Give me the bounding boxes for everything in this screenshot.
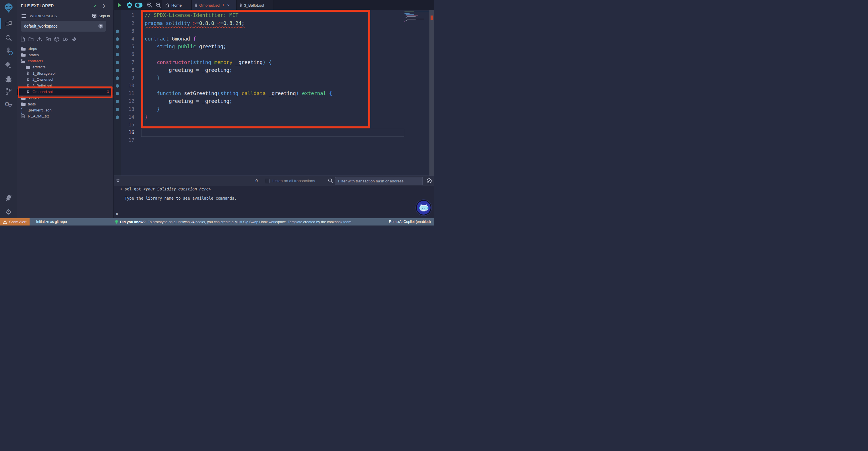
tree-item-tests[interactable]: tests (17, 101, 114, 107)
did-you-know-tip: Did you know? To prototype on a uniswap … (115, 220, 352, 224)
ai-robot-icon[interactable] (126, 2, 133, 8)
zoom-in-icon[interactable] (156, 2, 161, 8)
transaction-filter-input[interactable] (335, 177, 423, 185)
modified-line-dot (116, 115, 119, 119)
warning-icon (3, 220, 7, 224)
code-line-11[interactable]: 11 function setGreeting(string calldata … (114, 90, 434, 97)
editor-scrollbar[interactable] (429, 10, 434, 175)
code-line-2[interactable]: 2pragma solidity >=0.8.0 <=0.8.24; (114, 20, 434, 27)
code-line-4[interactable]: 4contract Gmonad { (114, 35, 434, 43)
code-line-1[interactable]: 1// SPDX-License-Identifier: MIT (114, 11, 434, 19)
code-line-10[interactable]: 10 (114, 82, 434, 90)
tree-item--deps[interactable]: .deps (17, 46, 114, 52)
plugin-manager-icon[interactable]: ⚙⚙ (3, 100, 14, 110)
tree-item-label: 3_Ballot.sol (32, 84, 52, 88)
tree-item-readme-txt[interactable]: README.txt (17, 113, 114, 119)
git-icon[interactable] (3, 86, 14, 96)
folder-open-icon (21, 59, 26, 63)
debugger-icon[interactable] (3, 74, 14, 84)
code-line-3[interactable]: 3 (114, 27, 434, 35)
clear-console-icon[interactable] (427, 178, 432, 184)
code-text: constructor(string memory _greeting) { (145, 59, 434, 66)
settings-icon[interactable]: ⚙ (3, 207, 14, 217)
cube-icon[interactable] (54, 36, 59, 42)
scam-alert-button[interactable]: Scam Alert (0, 218, 30, 225)
tree-item-scripts[interactable]: scripts (17, 95, 114, 101)
hamburger-menu-icon[interactable] (22, 15, 26, 19)
new-file-icon[interactable] (21, 36, 25, 41)
code-line-8[interactable]: 8 greeting = _greeting; (114, 66, 434, 74)
terminal-prompt[interactable]: > (116, 212, 118, 217)
chevron-right-icon[interactable]: ❯ (102, 3, 105, 8)
code-line-7[interactable]: 7 constructor(string memory _greeting) { (114, 59, 434, 66)
new-folder-icon[interactable] (28, 37, 34, 41)
tree-item-label: 2_Owner.sol (32, 77, 53, 82)
upload-folder-icon[interactable] (45, 37, 51, 41)
terminal: 0 Listen on all transactions > • sol-gpt… (114, 175, 434, 219)
panel-title: FILE EXPLORER (21, 3, 54, 8)
listen-checkbox[interactable] (265, 179, 270, 183)
tab-ballot-sol[interactable]: 3_Ballot.sol (237, 0, 274, 10)
tab-home[interactable]: Home (162, 0, 192, 10)
line-number: 7 (122, 59, 134, 66)
folder-icon (21, 102, 26, 106)
tab-gmonad-sol[interactable]: Gmonad.sol 1 × (192, 0, 237, 10)
solidity-file-icon (195, 3, 197, 7)
workspace-select[interactable]: default_workspace (21, 21, 106, 32)
line-number: 11 (122, 90, 134, 97)
code-line-16[interactable]: 16 (114, 129, 434, 137)
workspace-ok-icon[interactable]: ✓ (93, 3, 97, 9)
code-line-13[interactable]: 13 } (114, 106, 434, 113)
tree-item-3-ballot-sol[interactable]: 3_Ballot.sol (17, 82, 114, 88)
tree-item-contracts[interactable]: contracts (17, 58, 114, 64)
sign-in-button[interactable]: Sign in (92, 14, 110, 18)
tree-item-label: README.txt (28, 114, 49, 118)
zoom-out-icon[interactable] (147, 2, 153, 8)
listen-label[interactable]: Listen on all transactions (272, 179, 315, 183)
tree-item--prettierrc-json[interactable]: { }.prettierrc.json (17, 107, 114, 113)
tab-close-icon[interactable]: × (227, 3, 229, 7)
code-text: greeting = _greeting; (145, 97, 434, 105)
search-icon[interactable] (3, 33, 14, 43)
tree-item-2-owner-sol[interactable]: 2_Owner.sol (17, 77, 114, 82)
tree-item-label: scripts (28, 96, 39, 100)
search-icon (328, 178, 333, 184)
solidity-compiler-icon[interactable] (3, 46, 14, 56)
solidity-icon (26, 78, 30, 82)
upload-file-icon[interactable] (37, 37, 42, 41)
copilot-toggle[interactable] (134, 2, 143, 8)
solidity-icon (26, 84, 30, 88)
run-script-button[interactable] (118, 3, 121, 7)
transaction-count: 0 (255, 178, 258, 183)
plugin-connect-icon[interactable] (3, 193, 14, 203)
code-line-5[interactable]: 5 string public greeting; (114, 43, 434, 51)
tree-item-artifacts[interactable]: artifacts (17, 64, 114, 70)
tree-item--states[interactable]: .states (17, 52, 114, 58)
init-git-repo-button[interactable]: Initialize as git repo (36, 220, 67, 224)
minimap[interactable] (404, 11, 429, 24)
git-diamond-icon[interactable] (72, 37, 76, 41)
line-number: 15 (122, 121, 134, 129)
tree-item-1-storage-sol[interactable]: 1_Storage.sol (17, 71, 114, 77)
file-explorer-icon[interactable] (3, 19, 14, 29)
code-line-14[interactable]: 14} (114, 113, 434, 121)
deploy-run-icon[interactable] (3, 60, 14, 71)
link-icon[interactable] (63, 37, 68, 41)
line-number: 1 (122, 11, 134, 19)
collapse-terminal-icon[interactable] (116, 178, 120, 183)
terminal-output: > • sol-gpt <your Solidity question here… (114, 186, 434, 219)
code-line-12[interactable]: 12 greeting = _greeting; (114, 97, 434, 105)
code-line-6[interactable]: 6 (114, 51, 434, 58)
folder-icon (21, 47, 26, 51)
code-line-9[interactable]: 9 } (114, 74, 434, 82)
workspace-spinner-icon[interactable] (98, 24, 103, 29)
tree-item-label: contracts (28, 59, 43, 63)
code-line-17[interactable]: 17 (114, 137, 434, 144)
code-line-15[interactable]: 15 (114, 121, 434, 129)
modified-line-dot (116, 45, 119, 49)
code-editor[interactable]: 1// SPDX-License-Identifier: MIT2pragma … (114, 10, 434, 175)
code-text: greeting = _greeting; (145, 66, 434, 74)
tree-item-gmonad-sol[interactable]: Gmonad.sol1 (17, 89, 114, 95)
editor-tabbar: Home Gmonad.sol 1 × 3_Ballot.sol (114, 0, 434, 10)
remix-ai-assistant-button[interactable] (416, 200, 431, 216)
